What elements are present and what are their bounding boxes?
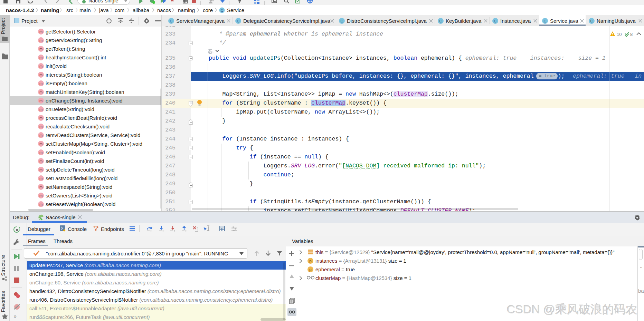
svg-text:10: 10	[617, 32, 622, 37]
svg-text:8: 8	[630, 32, 633, 37]
svg-text:C: C	[590, 19, 593, 23]
svg-text:p: p	[309, 268, 311, 272]
svg-text:C: C	[544, 19, 547, 23]
svg-text:C: C	[170, 19, 173, 23]
svg-text:p: p	[309, 259, 311, 263]
svg-text:C: C	[221, 8, 224, 12]
svg-text:C: C	[341, 19, 343, 23]
svg-text:C: C	[237, 19, 240, 23]
svg-text:C: C	[494, 19, 497, 23]
svg-text:C: C	[439, 19, 442, 23]
